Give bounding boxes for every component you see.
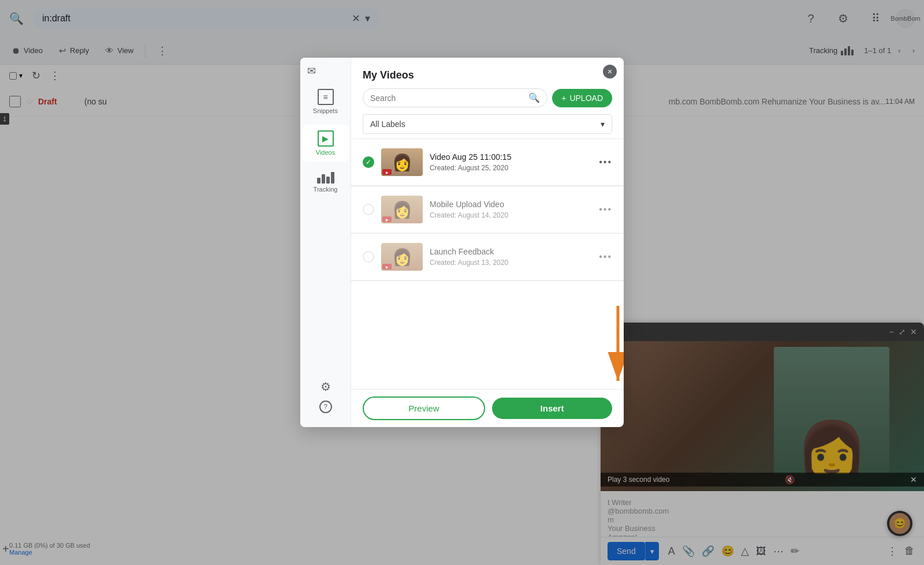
video-date-1: Created: August 25, 2020 (430, 164, 592, 172)
videos-icon: ▶ (318, 130, 334, 147)
video-name-2: Mobile Upload Video (430, 200, 592, 209)
video-item-3[interactable]: 👩 Launch Feedback Created: August 13, 20… (351, 234, 624, 280)
modal-header: My Videos (351, 58, 624, 88)
video-item-2[interactable]: 👩 Mobile Upload Video Created: August 14… (351, 186, 624, 233)
modal-search-row: 🔍 + UPLOAD (351, 88, 624, 114)
labels-chevron-icon: ▾ (601, 119, 605, 129)
modal-overlay[interactable]: × ✉ ≡ Snippets ▶ Videos (0, 0, 924, 565)
video-thumb-2: 👩 (381, 196, 423, 223)
video-radio-1[interactable] (363, 156, 374, 168)
insert-button[interactable]: Insert (492, 398, 612, 419)
modal-search-icon: 🔍 (528, 92, 540, 103)
sidebar-item-snippets[interactable]: ≡ Snippets (303, 83, 349, 120)
tracking-icon (317, 172, 334, 184)
video-date-2: Created: August 14, 2020 (430, 211, 592, 219)
modal-title: My Videos (363, 69, 414, 81)
person-icon-3: 👩 (392, 248, 412, 267)
video-radio-2[interactable] (363, 204, 374, 215)
modal-close-button[interactable]: × (603, 65, 617, 78)
video-info-1: Video Aug 25 11:00:15 Created: August 25… (430, 152, 592, 172)
video-more-1[interactable]: ••• (599, 157, 612, 167)
snippets-icon: ≡ (318, 89, 334, 105)
person-icon-1: 👩 (392, 153, 412, 172)
modal-sidebar-bottom: ⚙ ? (319, 380, 332, 418)
sidebar-item-tracking[interactable]: Tracking (303, 166, 349, 199)
upload-button[interactable]: + UPLOAD (552, 89, 612, 107)
modal: × ✉ ≡ Snippets ▶ Videos (300, 58, 624, 427)
video-name-1: Video Aug 25 11:00:15 (430, 152, 592, 162)
help-sidebar-icon[interactable]: ? (319, 401, 332, 413)
video-list: 👩 Video Aug 25 11:00:15 Created: August … (351, 139, 624, 389)
upload-label: UPLOAD (569, 93, 603, 103)
video-radio-3[interactable] (363, 251, 374, 263)
sidebar-item-videos[interactable]: ▶ Videos (303, 125, 349, 162)
video-thumb-3: 👩 (381, 243, 423, 271)
modal-content: My Videos 🔍 + UPLOAD All Labels ▾ (351, 58, 624, 427)
video-thumb-1: 👩 (381, 148, 423, 176)
video-more-2[interactable]: ••• (599, 204, 612, 215)
video-more-3[interactable]: ••• (599, 252, 612, 262)
video-info-3: Launch Feedback Created: August 13, 2020 (430, 247, 592, 267)
video-date-3: Created: August 13, 2020 (430, 259, 592, 267)
upload-plus-icon: + (561, 93, 566, 103)
tracking-label: Tracking (314, 186, 338, 193)
modal-search[interactable]: 🔍 (363, 88, 547, 107)
play-badge-1 (382, 169, 392, 175)
modal-sidebar: ≡ Snippets ▶ Videos Tracking (300, 58, 351, 427)
person-icon-2: 👩 (392, 200, 412, 219)
play-badge-2 (382, 216, 392, 222)
modal-search-input[interactable] (370, 93, 524, 103)
video-name-3: Launch Feedback (430, 247, 592, 256)
modal-footer: Preview Insert (351, 389, 624, 427)
labels-dropdown[interactable]: All Labels ▾ (363, 114, 612, 134)
mail-icon: ✉ (307, 65, 316, 77)
settings-sidebar-icon[interactable]: ⚙ (321, 380, 331, 394)
modal-mail-icon: ✉ (307, 65, 316, 77)
labels-text: All Labels (370, 119, 405, 129)
video-item-1[interactable]: 👩 Video Aug 25 11:00:15 Created: August … (351, 139, 624, 186)
videos-label: Videos (316, 149, 335, 156)
play-badge-3 (382, 264, 392, 270)
preview-button[interactable]: Preview (363, 396, 485, 420)
video-info-2: Mobile Upload Video Created: August 14, … (430, 200, 592, 219)
video-divider-3 (351, 280, 624, 281)
snippets-label: Snippets (313, 107, 338, 114)
